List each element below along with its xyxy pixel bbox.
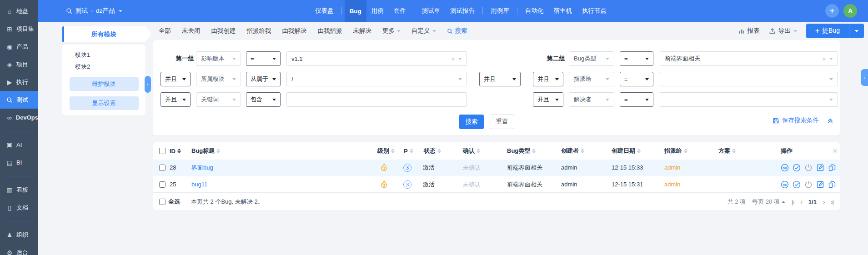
edit-bug-icon[interactable] bbox=[816, 180, 824, 189]
collapse-search-icon[interactable] bbox=[827, 117, 833, 124]
l2-andor-select[interactable]: 并且 bbox=[161, 72, 191, 86]
col-title[interactable]: Bug标题 bbox=[191, 142, 220, 160]
menu-node[interactable]: 执行节点 bbox=[577, 0, 612, 22]
menu-bug[interactable]: Bug bbox=[345, 0, 366, 22]
filter-tab-custom[interactable]: 自定义 bbox=[406, 27, 442, 35]
group2-operator-select[interactable]: = bbox=[620, 51, 653, 66]
sidebar-item-org[interactable]: ♟组织 bbox=[0, 226, 38, 244]
sidebar-item-backend[interactable]: ⚙后台 bbox=[0, 244, 38, 255]
breadcrumb-app[interactable]: 测试 bbox=[75, 7, 88, 15]
export-button[interactable]: 导出 bbox=[769, 27, 797, 35]
filter-tab-all[interactable]: 全部 bbox=[153, 27, 176, 35]
menu-host[interactable]: 宿主机 bbox=[548, 0, 577, 22]
per-page-select[interactable]: 每页 20 项 bbox=[752, 198, 785, 206]
report-button[interactable]: 报表 bbox=[738, 27, 760, 35]
breadcrumb-product[interactable]: dz产品 bbox=[96, 7, 115, 15]
l2-field-select[interactable]: 所属模块 bbox=[196, 72, 241, 86]
col-id[interactable]: ID bbox=[170, 142, 181, 160]
copy-bug-icon[interactable] bbox=[828, 164, 836, 172]
quick-create-button[interactable]: + bbox=[825, 4, 839, 18]
sidebar-item-ai[interactable]: ▣AI bbox=[0, 136, 38, 154]
menu-dashboard[interactable]: 仪表盘 bbox=[310, 0, 339, 22]
module-item-1[interactable]: 模块1 bbox=[62, 49, 146, 61]
select-all-checkbox[interactable] bbox=[159, 148, 166, 154]
group-connector-select[interactable]: 并且 bbox=[479, 72, 521, 86]
filter-tab-search[interactable]: 搜索 bbox=[442, 27, 473, 35]
r3-field-select[interactable]: 解决者 bbox=[569, 92, 614, 107]
table-row[interactable]: 25 bug11 3 3 激活 未确认 前端界面相关 admin 12-15 1… bbox=[153, 176, 840, 192]
avatar[interactable]: A bbox=[843, 4, 857, 18]
menu-testtask[interactable]: 测试单 bbox=[417, 0, 446, 22]
edit-bug-icon[interactable] bbox=[816, 164, 824, 172]
r2-andor-select[interactable]: 并且 bbox=[533, 72, 563, 86]
sidebar-item-program[interactable]: ⊞项目集 bbox=[0, 20, 38, 38]
clear-icon[interactable]: × bbox=[451, 55, 455, 62]
col-created[interactable]: 创建日期 bbox=[612, 142, 641, 160]
bug-title-link[interactable]: 界面bug bbox=[191, 160, 213, 176]
collapse-right-handle[interactable]: ‹ bbox=[861, 69, 868, 86]
group2-field-select[interactable]: Bug类型 bbox=[569, 51, 614, 66]
r3-andor-select[interactable]: 并且 bbox=[533, 92, 563, 107]
menu-case[interactable]: 用例 bbox=[366, 0, 389, 22]
select-all-checkbox[interactable] bbox=[159, 199, 166, 205]
sidebar-item-devops[interactable]: ∞DevOps bbox=[0, 109, 38, 126]
module-panel-header[interactable]: 所有模块 bbox=[62, 26, 146, 42]
create-bug-dropdown[interactable] bbox=[849, 24, 864, 38]
r2-value-picker[interactable] bbox=[660, 72, 838, 86]
r3-operator-select[interactable]: = bbox=[620, 92, 653, 107]
bug-assigned-to[interactable]: admin bbox=[664, 176, 680, 193]
row-checkbox[interactable] bbox=[159, 165, 166, 171]
l3-andor-select[interactable]: 并且 bbox=[161, 92, 191, 107]
next-page-button[interactable]: › bbox=[823, 199, 824, 205]
group1-value-picker[interactable]: v1.1× bbox=[286, 51, 467, 66]
menu-caselib[interactable]: 用例库 bbox=[486, 0, 514, 22]
search-button[interactable]: 搜索 bbox=[459, 115, 484, 129]
filter-tab-resolvedbyme[interactable]: 由我解决 bbox=[277, 27, 312, 35]
confirm-bug-icon[interactable]: OK bbox=[781, 180, 789, 189]
copy-bug-icon[interactable] bbox=[828, 180, 836, 189]
sidebar-item-qa[interactable]: 测试 bbox=[0, 91, 38, 109]
row-checkbox[interactable] bbox=[159, 181, 166, 188]
col-solution[interactable]: 方案 bbox=[718, 142, 736, 160]
collapse-module-panel-handle[interactable]: ‹ bbox=[145, 76, 151, 93]
l2-value-picker[interactable]: / bbox=[286, 72, 467, 86]
save-search-link[interactable]: 保存搜索条件 bbox=[773, 116, 819, 125]
maintain-module-button[interactable]: 维护模块 bbox=[70, 77, 139, 91]
r2-operator-select[interactable]: = bbox=[620, 72, 653, 86]
prev-page-button[interactable]: ‹ bbox=[801, 199, 802, 205]
l3-operator-select[interactable]: 包含 bbox=[246, 92, 281, 107]
col-assigned[interactable]: 指派给 bbox=[664, 142, 687, 160]
sidebar-item-doc[interactable]: ▯文档 bbox=[0, 199, 38, 216]
module-item-2[interactable]: 模块2 bbox=[62, 61, 146, 73]
col-confirm[interactable]: 确认 bbox=[463, 142, 480, 160]
table-row[interactable]: 28 界面bug 3 3 激活 未确认 前端界面相关 admin 12-15 1… bbox=[153, 160, 840, 176]
menu-automation[interactable]: 自动化 bbox=[520, 0, 549, 22]
group2-value-picker[interactable]: 前端界面相关× bbox=[660, 51, 838, 66]
filter-tab-more[interactable]: 更多 bbox=[377, 27, 406, 35]
caret-down-icon[interactable] bbox=[119, 10, 122, 12]
r2-field-select[interactable]: 指派给 bbox=[569, 72, 614, 86]
first-page-button[interactable]: |‹ bbox=[792, 199, 794, 205]
col-status[interactable]: 状态 bbox=[424, 142, 441, 160]
confirm-bug-icon[interactable]: OK bbox=[781, 164, 789, 172]
clear-icon[interactable]: × bbox=[822, 55, 826, 62]
r3-value-picker[interactable] bbox=[660, 92, 838, 107]
group1-field-select[interactable]: 影响版本 bbox=[196, 51, 241, 66]
menu-testreport[interactable]: 测试报告 bbox=[445, 0, 480, 22]
select-all-label[interactable]: 全选 bbox=[168, 193, 180, 211]
bug-title-link[interactable]: bug11 bbox=[191, 176, 207, 193]
resolve-bug-icon[interactable] bbox=[793, 164, 801, 172]
bug-assigned-to[interactable]: admin bbox=[664, 160, 680, 176]
sidebar-item-bi[interactable]: ▤BI bbox=[0, 154, 38, 171]
sidebar-item-project[interactable]: ◈项目 bbox=[0, 55, 38, 73]
keyword-input[interactable] bbox=[286, 92, 467, 107]
column-settings-gear-icon[interactable] bbox=[832, 142, 838, 160]
last-page-button[interactable]: ›| bbox=[831, 199, 833, 205]
close-bug-icon[interactable] bbox=[804, 180, 813, 189]
col-creator[interactable]: 创建者 bbox=[561, 142, 584, 160]
l2-operator-select[interactable]: 从属于 bbox=[246, 72, 281, 86]
menu-suite[interactable]: 套件 bbox=[389, 0, 411, 22]
close-bug-icon[interactable] bbox=[804, 164, 813, 172]
filter-tab-unresolved[interactable]: 未解决 bbox=[348, 27, 377, 35]
filter-tab-assignedbyme[interactable]: 由我指派 bbox=[312, 27, 348, 35]
